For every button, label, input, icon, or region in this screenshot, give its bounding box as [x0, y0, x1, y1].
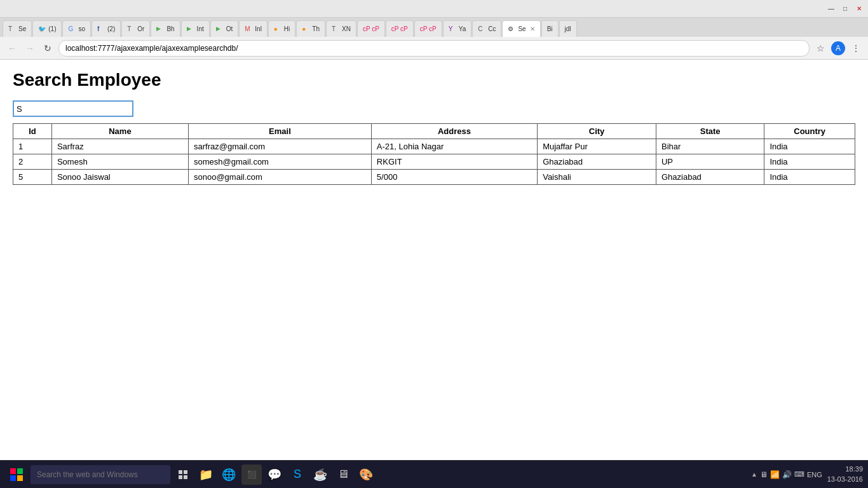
search-input[interactable]: [13, 100, 133, 117]
java-icon[interactable]: ☕: [310, 464, 330, 485]
tab-favicon: T: [332, 25, 339, 33]
tab-label: so: [78, 25, 85, 32]
forward-button[interactable]: →: [23, 41, 37, 55]
cell-id: 1: [13, 139, 52, 154]
col-state: State: [656, 124, 764, 139]
tab-label: cP cP: [363, 25, 379, 32]
start-button[interactable]: [5, 463, 28, 486]
cell-name: Sarfraz: [51, 139, 188, 154]
cell-id: 2: [13, 154, 52, 170]
tab-label: Ot: [226, 25, 233, 32]
tab-label: XN: [342, 25, 351, 32]
tab-label: Inl: [255, 25, 262, 32]
title-bar-controls: — □ ✕: [826, 4, 864, 14]
tab-bi[interactable]: Bi: [541, 20, 559, 37]
cell-state: Bihar: [656, 139, 764, 154]
cell-email: sonoo@gmail.com: [188, 170, 371, 185]
cell-email: sarfraz@gmail.com: [188, 139, 371, 154]
tab-favicon: ▶: [156, 25, 164, 33]
tab-ya[interactable]: Y Ya: [443, 20, 472, 37]
tab-cp1[interactable]: cP cP: [357, 20, 385, 37]
tab-favicon: T: [8, 25, 16, 33]
tab-label: Bi: [547, 25, 553, 32]
cell-address: A-21, Lohia Nagar: [371, 139, 537, 154]
tab-close-icon[interactable]: ✕: [530, 25, 535, 32]
tab-label: jdl: [565, 25, 571, 32]
tab-favicon: C: [478, 25, 485, 33]
browser-window: — □ ✕ T Se 🐦 (1) G so f (2) T Or ▶ Bh: [0, 0, 868, 488]
tab-cp3[interactable]: cP cP: [414, 20, 442, 37]
taskbar-clock[interactable]: 18:39 13-03-2016: [827, 464, 863, 484]
tab-favicon: Y: [449, 25, 456, 33]
chrome-icon[interactable]: 🌐: [219, 464, 239, 485]
tab-int[interactable]: ▶ Int: [181, 20, 210, 37]
tab-se-active[interactable]: ⚙ Se ✕: [502, 20, 540, 37]
tab-t-se[interactable]: T Se: [3, 20, 32, 37]
svg-rect-0: [179, 470, 182, 474]
tab-th[interactable]: ● Th: [296, 20, 325, 37]
tab-google[interactable]: G so: [62, 20, 91, 37]
svg-rect-3: [184, 475, 187, 479]
tab-label: Se: [18, 25, 26, 32]
tab-or[interactable]: T Or: [121, 20, 150, 37]
tab-label: Int: [197, 25, 204, 32]
tray-arrow[interactable]: ▲: [751, 471, 757, 478]
menu-button[interactable]: ⋮: [849, 41, 863, 55]
page-content: Search Employee Id Name Email Address Ci…: [0, 60, 868, 460]
skype-icon[interactable]: 💬: [264, 464, 285, 485]
taskbar: 📁 🌐 ⬛ 💬 S ☕ 🖥 🎨 ▲ 🖥 📶 🔊 ⌨ ENG 18:39 13-0…: [0, 460, 868, 488]
user-icon[interactable]: A: [831, 41, 845, 55]
cell-name: Somesh: [51, 154, 188, 170]
svg-rect-1: [184, 470, 187, 474]
col-email: Email: [188, 124, 371, 139]
paint-icon[interactable]: 🎨: [356, 464, 376, 485]
task-view-button[interactable]: [173, 464, 193, 485]
cell-name: Sonoo Jaiswal: [51, 170, 188, 185]
svg-rect-2: [179, 475, 182, 479]
tab-label: (1): [48, 25, 56, 32]
reload-button[interactable]: ↻: [41, 41, 55, 55]
tab-label: Th: [312, 25, 320, 32]
tab-cp2[interactable]: cP cP: [386, 20, 414, 37]
cell-country: India: [764, 154, 855, 170]
clock-date: 13-03-2016: [827, 475, 863, 484]
tab-label: Se: [518, 25, 526, 32]
tray-monitor-icon[interactable]: 🖥: [760, 470, 768, 479]
tab-twitter[interactable]: 🐦 (1): [32, 20, 62, 37]
eclipse-icon[interactable]: ⬛: [241, 464, 262, 485]
tab-cc[interactable]: C Cc: [472, 20, 501, 37]
address-bar-input[interactable]: localhost:7777/ajaxexample/ajaxexamplese…: [58, 40, 810, 57]
computer-icon[interactable]: 🖥: [333, 464, 353, 485]
close-button[interactable]: ✕: [854, 4, 864, 14]
chat-icon[interactable]: S: [287, 464, 308, 485]
tab-hi[interactable]: ● Hi: [268, 20, 295, 37]
tab-bh[interactable]: ▶ Bh: [151, 20, 180, 37]
employee-table: Id Name Email Address City State Country…: [13, 123, 855, 185]
tab-favicon: ●: [302, 25, 309, 33]
tab-mail[interactable]: M Inl: [239, 20, 268, 37]
back-button[interactable]: ←: [5, 41, 19, 55]
title-bar: — □ ✕: [0, 0, 868, 18]
minimize-button[interactable]: —: [826, 4, 836, 14]
taskbar-search-input[interactable]: [31, 465, 170, 484]
bookmark-button[interactable]: ☆: [813, 41, 827, 55]
tab-jdl[interactable]: jdl: [559, 20, 577, 37]
table-row: 2Someshsomesh@gmail.comRKGITGhaziabadUPI…: [13, 154, 855, 170]
tray-volume-icon[interactable]: 🔊: [782, 470, 792, 479]
file-explorer-icon[interactable]: 📁: [196, 464, 216, 485]
tab-favicon: 🐦: [38, 25, 46, 33]
lang-label[interactable]: ENG: [807, 471, 822, 478]
tab-favicon: ●: [274, 25, 281, 33]
tab-label: (2): [107, 25, 115, 32]
tab-txn[interactable]: T XN: [326, 20, 356, 37]
tray-network-icon[interactable]: 📶: [770, 470, 780, 479]
cell-country: India: [764, 139, 855, 154]
cell-address: 5/000: [371, 170, 537, 185]
tray-keyboard-icon[interactable]: ⌨: [794, 470, 804, 478]
maximize-button[interactable]: □: [840, 4, 850, 14]
tab-favicon: G: [68, 25, 76, 33]
tab-ot[interactable]: ▶ Ot: [210, 20, 239, 37]
tab-favicon: ⚙: [508, 25, 515, 33]
page-title: Search Employee: [13, 70, 855, 90]
tab-facebook[interactable]: f (2): [92, 20, 121, 37]
